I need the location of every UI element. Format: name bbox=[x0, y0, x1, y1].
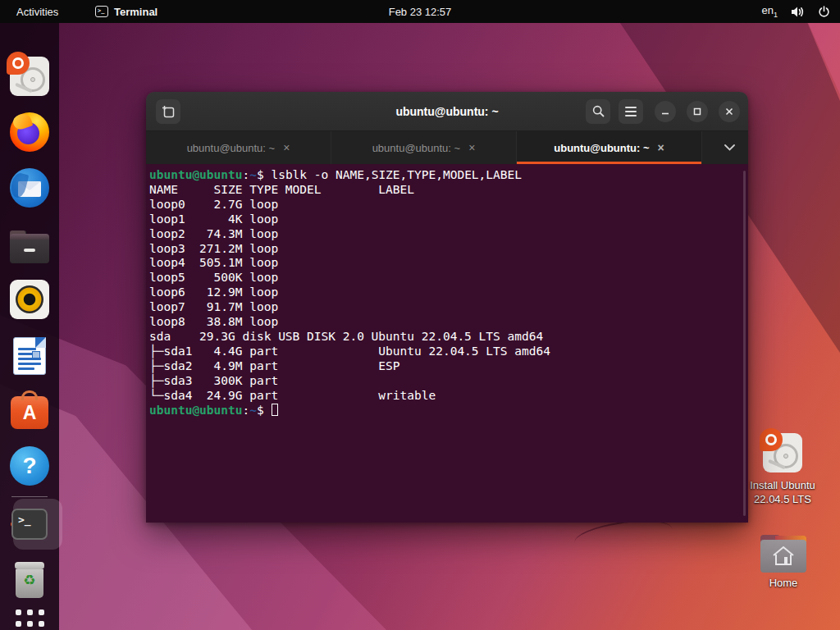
menu-button[interactable] bbox=[619, 99, 643, 124]
dock-item-app-grid[interactable] bbox=[8, 602, 51, 630]
chevron-down-icon bbox=[724, 144, 735, 151]
dock-item-trash[interactable]: ♻ bbox=[8, 559, 51, 601]
dock-item-ubuntu-software[interactable]: A bbox=[8, 389, 51, 431]
terminal-output-line: ├─sda2 4.9M part ESP bbox=[149, 359, 748, 374]
dock-item-files[interactable] bbox=[8, 226, 51, 268]
terminal-output-line: loop3 271.2M loop bbox=[149, 242, 748, 257]
desktop-icon-label: Home bbox=[737, 576, 829, 590]
libreoffice-writer-icon bbox=[13, 337, 46, 375]
dock-item-ubuntu-installer[interactable] bbox=[8, 55, 51, 98]
tab-close-icon[interactable]: × bbox=[468, 141, 475, 154]
dock-item-firefox[interactable] bbox=[8, 111, 51, 153]
tab-list-chevron-button[interactable] bbox=[710, 131, 748, 164]
terminal-command-line: ubuntu@ubuntu:~$ lsblk -o NAME,SIZE,TYPE… bbox=[149, 168, 748, 183]
tab-label: ubuntu@ubuntu: ~ bbox=[187, 142, 276, 154]
desktop-icon-label: Install Ubuntu 22.04.5 LTS bbox=[737, 478, 829, 506]
terminal-window: ubuntu@ubuntu: ~ bbox=[146, 92, 748, 523]
close-button[interactable] bbox=[719, 101, 740, 122]
power-icon[interactable] bbox=[818, 6, 830, 18]
top-bar: Activities >_ Terminal Feb 23 12:57 en1 bbox=[0, 0, 840, 23]
minimize-icon bbox=[661, 107, 669, 116]
tab-close-icon[interactable]: × bbox=[658, 141, 664, 154]
install-ubuntu-disk-icon bbox=[763, 433, 802, 472]
clock-button[interactable]: Feb 23 12:57 bbox=[0, 6, 840, 18]
firefox-icon bbox=[10, 112, 49, 152]
tab-3-active[interactable]: ubuntu@ubuntu: ~ × bbox=[517, 131, 702, 164]
dock-item-help[interactable]: ? bbox=[8, 445, 51, 487]
files-folder-icon bbox=[10, 231, 49, 263]
terminal-cursor bbox=[272, 404, 278, 416]
tab-2[interactable]: ubuntu@ubuntu: ~ × bbox=[331, 131, 517, 164]
dock-item-terminal[interactable]: >_ bbox=[8, 503, 51, 546]
dock: A ? >_ ♻ bbox=[0, 23, 59, 630]
terminal-output-line: loop5 500K loop bbox=[149, 271, 748, 285]
trash-icon: ♻ bbox=[15, 562, 44, 598]
terminal-output: NAME SIZE TYPE MODEL LABELloop0 2.7G loo… bbox=[149, 183, 748, 404]
terminal-output-line: ├─sda1 4.4G part Ubuntu 22.04.5 LTS amd6… bbox=[149, 345, 748, 359]
app-grid-icon bbox=[16, 609, 44, 630]
window-titlebar[interactable]: ubuntu@ubuntu: ~ bbox=[146, 92, 748, 131]
terminal-output-line: loop2 74.3M loop bbox=[149, 227, 748, 242]
terminal-output-line: ├─sda3 300K part bbox=[149, 374, 748, 389]
dock-divider bbox=[11, 496, 48, 497]
dock-item-libreoffice-writer[interactable] bbox=[8, 335, 51, 377]
minimize-button[interactable] bbox=[655, 101, 676, 122]
terminal-scrollbar[interactable] bbox=[743, 171, 746, 516]
search-icon bbox=[592, 105, 605, 117]
rhythmbox-speaker-icon bbox=[10, 280, 49, 319]
desktop-icon-install-ubuntu[interactable]: Install Ubuntu 22.04.5 LTS bbox=[737, 433, 829, 506]
thunderbird-icon bbox=[10, 168, 49, 208]
terminal-output-line: └─sda4 24.9G part writable bbox=[149, 389, 748, 404]
terminal-prompt-line: ubuntu@ubuntu:~$ bbox=[149, 404, 748, 418]
ubuntu-installer-icon bbox=[10, 57, 49, 96]
desktop-icon-home[interactable]: Home bbox=[737, 535, 829, 590]
dock-item-thunderbird[interactable] bbox=[8, 167, 51, 209]
terminal-output-line: loop6 12.9M loop bbox=[149, 285, 748, 300]
tab-label: ubuntu@ubuntu: ~ bbox=[372, 142, 461, 154]
maximize-button[interactable] bbox=[687, 101, 708, 122]
maximize-icon bbox=[693, 107, 701, 116]
close-icon bbox=[725, 107, 733, 116]
tab-bar: ubuntu@ubuntu: ~ × ubuntu@ubuntu: ~ × ub… bbox=[146, 131, 748, 164]
hamburger-icon bbox=[625, 107, 637, 116]
tab-1[interactable]: ubuntu@ubuntu: ~ × bbox=[146, 131, 331, 164]
volume-icon[interactable] bbox=[791, 6, 805, 18]
ubuntu-software-icon: A bbox=[11, 396, 48, 429]
terminal-output-line: loop4 505.1M loop bbox=[149, 256, 748, 271]
terminal-output-line: loop0 2.7G loop bbox=[149, 198, 748, 212]
terminal-output-line: loop7 91.7M loop bbox=[149, 300, 748, 315]
terminal-output-line: loop1 4K loop bbox=[149, 212, 748, 227]
tab-close-icon[interactable]: × bbox=[283, 141, 290, 154]
terminal-output-line: NAME SIZE TYPE MODEL LABEL bbox=[149, 183, 748, 198]
terminal-output-line: sda 29.3G disk USB DISK 2.0 Ubuntu 22.04… bbox=[149, 330, 748, 345]
tab-label: ubuntu@ubuntu: ~ bbox=[554, 142, 649, 154]
terminal-output-line: loop8 38.8M loop bbox=[149, 315, 748, 330]
terminal-icon: >_ bbox=[11, 509, 48, 540]
house-icon bbox=[772, 545, 795, 566]
new-tab-button[interactable] bbox=[156, 99, 180, 124]
home-folder-icon bbox=[760, 535, 806, 573]
keyboard-layout-indicator[interactable]: en1 bbox=[762, 4, 778, 19]
system-status-area[interactable]: en1 bbox=[762, 4, 830, 19]
search-button[interactable] bbox=[586, 99, 610, 124]
dock-item-rhythmbox[interactable] bbox=[8, 278, 51, 321]
terminal-content[interactable]: ubuntu@ubuntu:~$ lsblk -o NAME,SIZE,TYPE… bbox=[146, 164, 748, 523]
help-icon: ? bbox=[10, 446, 49, 486]
